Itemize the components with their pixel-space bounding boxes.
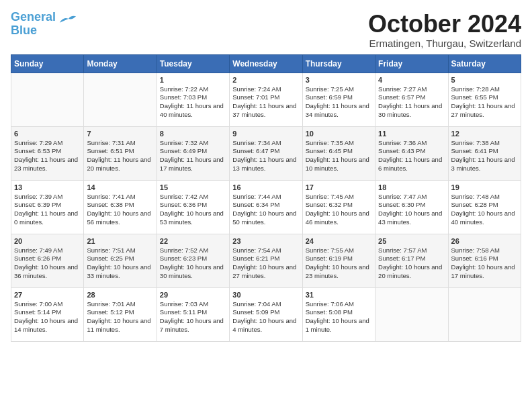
- calendar-cell: 31Sunrise: 7:06 AM Sunset: 5:08 PM Dayli…: [302, 287, 375, 341]
- calendar-cell: 16Sunrise: 7:44 AM Sunset: 6:34 PM Dayli…: [230, 180, 302, 234]
- day-content: Sunrise: 7:47 AM Sunset: 6:30 PM Dayligh…: [378, 193, 445, 227]
- weekday-header: Thursday: [302, 54, 375, 73]
- weekday-header: Saturday: [448, 54, 521, 73]
- weekday-header: Wednesday: [230, 54, 302, 73]
- day-content: Sunrise: 7:34 AM Sunset: 6:47 PM Dayligh…: [232, 139, 299, 173]
- calendar-cell: 18Sunrise: 7:47 AM Sunset: 6:30 PM Dayli…: [375, 180, 448, 234]
- day-content: Sunrise: 7:01 AM Sunset: 5:12 PM Dayligh…: [87, 300, 153, 334]
- calendar-cell: 25Sunrise: 7:57 AM Sunset: 6:17 PM Dayli…: [375, 234, 448, 287]
- calendar-cell: 30Sunrise: 7:04 AM Sunset: 5:09 PM Dayli…: [230, 287, 302, 341]
- day-content: Sunrise: 7:36 AM Sunset: 6:43 PM Dayligh…: [378, 139, 445, 173]
- calendar-cell: 10Sunrise: 7:35 AM Sunset: 6:45 PM Dayli…: [302, 126, 375, 180]
- calendar-week-row: 1Sunrise: 7:22 AM Sunset: 7:03 PM Daylig…: [11, 73, 521, 126]
- day-content: Sunrise: 7:24 AM Sunset: 7:01 PM Dayligh…: [232, 85, 299, 120]
- day-number: 31: [306, 291, 372, 299]
- calendar-cell: 17Sunrise: 7:45 AM Sunset: 6:32 PM Dayli…: [302, 180, 375, 234]
- day-number: 15: [160, 183, 226, 191]
- day-number: 19: [451, 183, 518, 191]
- calendar-week-row: 13Sunrise: 7:39 AM Sunset: 6:39 PM Dayli…: [11, 180, 521, 234]
- calendar-cell: 11Sunrise: 7:36 AM Sunset: 6:43 PM Dayli…: [375, 126, 448, 180]
- day-number: 2: [232, 76, 299, 84]
- day-number: 28: [87, 291, 153, 299]
- weekday-header: Monday: [84, 54, 157, 73]
- day-content: Sunrise: 7:45 AM Sunset: 6:32 PM Dayligh…: [306, 193, 372, 227]
- calendar-cell: [375, 287, 448, 341]
- day-number: 10: [306, 130, 372, 138]
- day-content: Sunrise: 7:51 AM Sunset: 6:25 PM Dayligh…: [87, 246, 153, 281]
- calendar-cell: 23Sunrise: 7:54 AM Sunset: 6:21 PM Dayli…: [230, 234, 302, 287]
- day-content: Sunrise: 7:42 AM Sunset: 6:36 PM Dayligh…: [160, 193, 226, 227]
- day-content: Sunrise: 7:22 AM Sunset: 7:03 PM Dayligh…: [160, 85, 226, 120]
- day-content: Sunrise: 7:55 AM Sunset: 6:19 PM Dayligh…: [306, 246, 372, 281]
- calendar-body: 1Sunrise: 7:22 AM Sunset: 7:03 PM Daylig…: [11, 73, 521, 341]
- day-number: 26: [451, 237, 518, 245]
- day-number: 29: [160, 291, 226, 299]
- day-content: Sunrise: 7:27 AM Sunset: 6:57 PM Dayligh…: [378, 85, 445, 120]
- day-number: 13: [14, 183, 81, 191]
- day-content: Sunrise: 7:04 AM Sunset: 5:09 PM Dayligh…: [232, 300, 299, 334]
- location-subtitle: Ermatingen, Thurgau, Switzerland: [368, 38, 521, 49]
- calendar-cell: 12Sunrise: 7:38 AM Sunset: 6:41 PM Dayli…: [448, 126, 521, 180]
- day-number: 5: [451, 76, 518, 84]
- calendar-cell: 6Sunrise: 7:29 AM Sunset: 6:53 PM Daylig…: [11, 126, 84, 180]
- calendar-cell: [448, 287, 521, 341]
- day-content: Sunrise: 7:32 AM Sunset: 6:49 PM Dayligh…: [160, 139, 226, 173]
- calendar-cell: [84, 73, 157, 126]
- day-content: Sunrise: 7:35 AM Sunset: 6:45 PM Dayligh…: [306, 139, 372, 173]
- day-content: Sunrise: 7:28 AM Sunset: 6:55 PM Dayligh…: [451, 85, 518, 120]
- calendar-cell: 26Sunrise: 7:58 AM Sunset: 6:16 PM Dayli…: [448, 234, 521, 287]
- day-content: Sunrise: 7:06 AM Sunset: 5:08 PM Dayligh…: [306, 300, 372, 334]
- day-number: 11: [378, 130, 445, 138]
- calendar-cell: 27Sunrise: 7:00 AM Sunset: 5:14 PM Dayli…: [11, 287, 84, 341]
- calendar-cell: 15Sunrise: 7:42 AM Sunset: 6:36 PM Dayli…: [157, 180, 229, 234]
- calendar-header-row: SundayMondayTuesdayWednesdayThursdayFrid…: [11, 54, 521, 73]
- calendar-cell: 29Sunrise: 7:03 AM Sunset: 5:11 PM Dayli…: [157, 287, 229, 341]
- logo-bird-icon: [58, 13, 77, 26]
- day-content: Sunrise: 7:29 AM Sunset: 6:53 PM Dayligh…: [14, 139, 81, 173]
- day-number: 23: [232, 237, 299, 245]
- calendar-cell: 24Sunrise: 7:55 AM Sunset: 6:19 PM Dayli…: [302, 234, 375, 287]
- day-number: 20: [14, 237, 81, 245]
- day-content: Sunrise: 7:00 AM Sunset: 5:14 PM Dayligh…: [14, 300, 81, 334]
- weekday-header: Friday: [375, 54, 448, 73]
- logo-text: GeneralBlue: [11, 11, 56, 38]
- day-number: 1: [160, 76, 226, 84]
- day-number: 14: [87, 183, 153, 191]
- title-block: October 2024 Ermatingen, Thurgau, Switze…: [368, 11, 521, 49]
- day-number: 25: [378, 237, 445, 245]
- calendar-cell: 5Sunrise: 7:28 AM Sunset: 6:55 PM Daylig…: [448, 73, 521, 126]
- logo: GeneralBlue: [11, 11, 77, 38]
- day-content: Sunrise: 7:48 AM Sunset: 6:28 PM Dayligh…: [451, 193, 518, 227]
- day-number: 22: [160, 237, 226, 245]
- month-title: October 2024: [368, 11, 521, 38]
- calendar-cell: 20Sunrise: 7:49 AM Sunset: 6:26 PM Dayli…: [11, 234, 84, 287]
- day-number: 16: [232, 183, 299, 191]
- day-number: 9: [232, 130, 299, 138]
- calendar-week-row: 20Sunrise: 7:49 AM Sunset: 6:26 PM Dayli…: [11, 234, 521, 287]
- day-content: Sunrise: 7:44 AM Sunset: 6:34 PM Dayligh…: [232, 193, 299, 227]
- calendar-week-row: 6Sunrise: 7:29 AM Sunset: 6:53 PM Daylig…: [11, 126, 521, 180]
- day-number: 3: [306, 76, 372, 84]
- day-content: Sunrise: 7:38 AM Sunset: 6:41 PM Dayligh…: [451, 139, 518, 173]
- weekday-header: Sunday: [11, 54, 84, 73]
- calendar-cell: 14Sunrise: 7:41 AM Sunset: 6:38 PM Dayli…: [84, 180, 157, 234]
- day-number: 8: [160, 130, 226, 138]
- calendar-table: SundayMondayTuesdayWednesdayThursdayFrid…: [11, 54, 521, 342]
- day-number: 7: [87, 130, 153, 138]
- calendar-cell: 19Sunrise: 7:48 AM Sunset: 6:28 PM Dayli…: [448, 180, 521, 234]
- calendar-cell: 22Sunrise: 7:52 AM Sunset: 6:23 PM Dayli…: [157, 234, 229, 287]
- day-content: Sunrise: 7:54 AM Sunset: 6:21 PM Dayligh…: [232, 246, 299, 281]
- calendar-cell: 8Sunrise: 7:32 AM Sunset: 6:49 PM Daylig…: [157, 126, 229, 180]
- calendar-cell: 4Sunrise: 7:27 AM Sunset: 6:57 PM Daylig…: [375, 73, 448, 126]
- day-number: 30: [232, 291, 299, 299]
- calendar-cell: 21Sunrise: 7:51 AM Sunset: 6:25 PM Dayli…: [84, 234, 157, 287]
- day-number: 24: [306, 237, 372, 245]
- day-number: 12: [451, 130, 518, 138]
- day-number: 17: [306, 183, 372, 191]
- day-content: Sunrise: 7:49 AM Sunset: 6:26 PM Dayligh…: [14, 246, 81, 281]
- calendar-cell: 1Sunrise: 7:22 AM Sunset: 7:03 PM Daylig…: [157, 73, 229, 126]
- day-content: Sunrise: 7:41 AM Sunset: 6:38 PM Dayligh…: [87, 193, 153, 227]
- calendar-cell: [11, 73, 84, 126]
- calendar-cell: 9Sunrise: 7:34 AM Sunset: 6:47 PM Daylig…: [230, 126, 302, 180]
- day-content: Sunrise: 7:57 AM Sunset: 6:17 PM Dayligh…: [378, 246, 445, 281]
